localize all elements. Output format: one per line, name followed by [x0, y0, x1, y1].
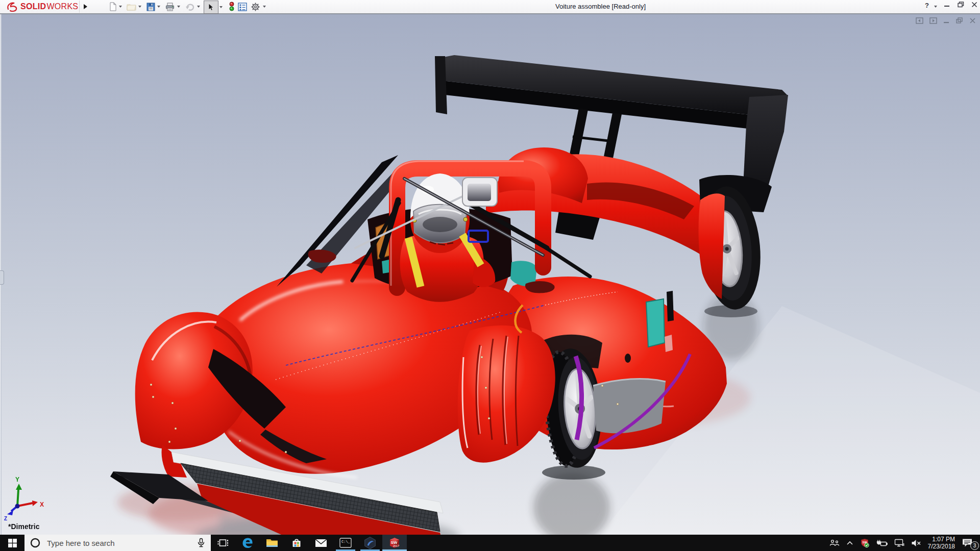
cortana-icon [30, 537, 41, 548]
print-dropdown[interactable] [177, 6, 180, 8]
options-gear-icon[interactable] [250, 1, 261, 12]
cmd-label: C:\_ [341, 540, 351, 544]
triad-z-label: Z [4, 516, 7, 521]
triad-y-label: Y [15, 476, 19, 483]
store-icon [290, 537, 303, 549]
open-icon[interactable] [126, 1, 137, 12]
new-document-icon[interactable] [107, 1, 118, 12]
tile-left-icon[interactable] [916, 17, 923, 24]
taskbar-clock[interactable]: 1:07 PM 7/23/2018 [928, 536, 955, 550]
file-explorer-button[interactable] [260, 535, 284, 551]
people-icon[interactable] [829, 539, 840, 547]
menu-flyout-arrow[interactable] [79, 1, 91, 13]
side-mirror-right [525, 281, 555, 293]
system-tray: SW 1:07 PM 7/23/2018 [829, 535, 980, 551]
windows-taskbar: C:\_ SW 2017 [0, 535, 980, 551]
brand-works: WORKS [46, 2, 78, 11]
edge-button[interactable] [235, 535, 260, 551]
solidworks-resource-monitor-icon[interactable]: SW [860, 538, 870, 548]
chevron-up-icon[interactable] [846, 540, 853, 545]
mail-icon [315, 539, 327, 547]
help-button[interactable]: ? [922, 2, 932, 9]
help-dropdown[interactable] [934, 6, 937, 8]
print-icon[interactable] [164, 1, 176, 12]
document-window-controls [916, 17, 976, 24]
save-icon[interactable] [145, 1, 156, 12]
clock-date: 7/23/2018 [928, 543, 955, 550]
hexagon-3d-app-icon [363, 536, 377, 549]
taskbar-search[interactable] [24, 535, 211, 551]
triad-x-label: X [40, 501, 44, 508]
task-view-icon [217, 538, 229, 547]
start-button[interactable] [0, 535, 24, 551]
save-dropdown[interactable] [157, 6, 160, 8]
notification-badge: 3 [970, 541, 979, 550]
options-dropdown[interactable] [263, 6, 266, 8]
wheel-shadow-front [542, 465, 605, 480]
brand-solid: SOLID [20, 2, 46, 11]
file-properties-icon[interactable] [237, 1, 248, 12]
minimize-button[interactable] [942, 2, 952, 9]
command-prompt-button[interactable]: C:\_ [333, 535, 358, 551]
volume-muted-icon[interactable] [911, 539, 921, 547]
rebuild-traffic-light-icon[interactable] [226, 1, 237, 12]
open-dropdown[interactable] [138, 6, 141, 8]
doc-restore-icon[interactable] [956, 17, 963, 24]
new-document-dropdown[interactable] [119, 6, 122, 8]
solidworks-logo: SOLID WORKS [6, 1, 78, 12]
graphics-viewport[interactable]: Y X Z [0, 14, 980, 535]
action-center-button[interactable]: 3 [962, 538, 977, 548]
microphone-icon[interactable] [197, 538, 206, 548]
windows-logo-icon [8, 539, 17, 547]
edge-icon [241, 537, 254, 549]
file-explorer-icon [266, 538, 278, 548]
model-canvas[interactable]: Y X Z [0, 14, 980, 551]
sw-year: 2017 [393, 544, 399, 547]
solidworks-2017-button[interactable]: SW 2017 [382, 535, 407, 551]
close-button[interactable] [969, 2, 979, 9]
doc-close-icon[interactable] [969, 17, 976, 24]
store-button[interactable] [284, 535, 309, 551]
title-bar: SOLID WORKS Voiture assomblee [Read-only… [0, 0, 980, 14]
hexagon-3d-app-button[interactable] [358, 535, 382, 551]
task-view-button[interactable] [211, 535, 235, 551]
undo-icon[interactable] [184, 1, 195, 12]
window-title: Voiture assomblee [Read-only] [555, 3, 646, 10]
tile-right-icon[interactable] [929, 17, 937, 24]
power-plug-icon[interactable] [876, 539, 888, 547]
solidworks-2017-icon: SW 2017 [387, 536, 402, 550]
undo-dropdown[interactable] [197, 6, 200, 8]
network-display-icon[interactable] [894, 539, 904, 547]
rearview-mirror [462, 178, 497, 206]
clock-time: 1:07 PM [928, 536, 955, 543]
select-tool-dropdown[interactable] [219, 6, 223, 8]
dassault-3s-icon [6, 2, 18, 12]
view-orientation-label: *Dimetric [8, 522, 39, 531]
restore-button[interactable] [955, 2, 966, 9]
select-tool-button[interactable] [204, 1, 218, 14]
side-window-teal [646, 299, 665, 347]
doc-minimize-icon[interactable] [943, 17, 950, 24]
panel-splitter-handle[interactable] [0, 270, 4, 285]
search-input[interactable] [46, 538, 170, 548]
mail-button[interactable] [309, 535, 333, 551]
command-prompt-icon: C:\_ [339, 538, 352, 548]
